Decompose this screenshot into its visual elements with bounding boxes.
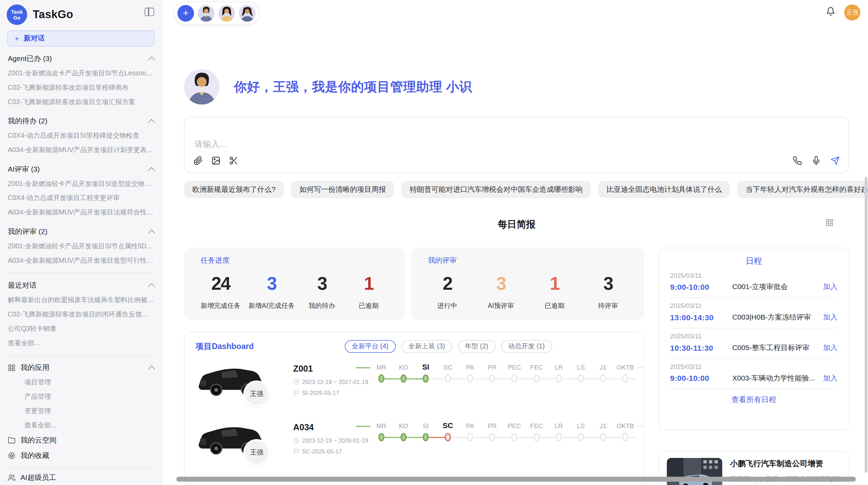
agent-avatar[interactable]	[239, 5, 256, 22]
agent-avatar[interactable]	[218, 5, 235, 22]
sidebar-list-item[interactable]: A034-全新新能源MUV产品开发项目计划变更表编写	[8, 143, 154, 157]
phone-icon[interactable]	[793, 156, 802, 167]
notification-bell-icon[interactable]	[826, 7, 835, 18]
sidebar-list-item[interactable]: Z001-全新燃油轻卡产品开发项目SI节点属性5D文件评审	[8, 239, 154, 253]
sidebar-list-item[interactable]: A034-全新新能源MUV产品开发项目造型可行性评审	[8, 253, 154, 268]
sidebar-list-item[interactable]: 解释最新出台的欧盟报废车法规再生塑料比例被调至15%...	[8, 293, 154, 307]
sidebar-list-item[interactable]: 查看全部...	[8, 336, 154, 350]
project-row[interactable]: 王强 Z001 2023-12-19 ~ 2027-01-19 SI-2025-…	[196, 361, 632, 412]
milestone-dot	[467, 433, 473, 441]
sidebar-list-item[interactable]: C02-飞腾新能源轻客改款项目里程碑画布	[8, 80, 154, 95]
send-icon[interactable]	[830, 156, 840, 167]
event-time: 13:00-14:30	[670, 313, 732, 322]
clock-icon	[293, 378, 299, 385]
sidebar-item-cloud-space[interactable]: 我的云空间	[8, 433, 154, 448]
agent-avatar[interactable]	[198, 5, 215, 22]
sidebar-list-item[interactable]: 产品管理	[8, 389, 154, 404]
message-composer[interactable]: 请输入...	[184, 117, 849, 173]
sidebar-list-item[interactable]: C0X4-动力总成开发项目工程变更评审	[8, 191, 154, 205]
sidebar-list-item[interactable]: 变更管理	[8, 404, 154, 418]
stat: 3待评审	[589, 273, 627, 311]
dashboard-filter-chip[interactable]: 动总开发 (1)	[501, 340, 552, 353]
milestone-dot	[378, 374, 385, 383]
collapse-sidebar-icon[interactable]	[145, 8, 154, 16]
stat: 3我的待办	[302, 273, 341, 311]
sidebar-item-ai-employee[interactable]: AI超级员工	[8, 470, 154, 485]
greeting-text: 你好，王强，我是你的项目管理助理 小识	[234, 78, 472, 95]
users-icon	[8, 474, 16, 482]
image-icon[interactable]	[211, 156, 220, 167]
assistant-avatar	[184, 69, 219, 104]
sidebar-section-header[interactable]: 我的评审 (2)	[8, 225, 154, 239]
sidebar-section-header[interactable]: 我的待办 (2)	[8, 114, 154, 128]
milestone: PA	[459, 362, 481, 385]
my-review-card: 我的评审 2进行中 3AI预评审 1已逾期 3待评审	[411, 248, 644, 320]
vertical-scrollbar[interactable]	[865, 177, 867, 473]
milestone-dot	[511, 433, 518, 441]
milestone: PEC	[503, 420, 526, 444]
sidebar-list-item[interactable]: 项目管理	[8, 375, 154, 389]
sidebar-section-header[interactable]: 我的应用	[8, 361, 154, 375]
sidebar-list-item[interactable]: A034-全新新能源MUV产品开发项目法规符合性评审	[8, 205, 154, 220]
schedule-event: 2025/03/11 13:00-14:30 C003|H0B-方案冻结评审 加…	[670, 298, 837, 328]
scissors-icon[interactable]	[229, 156, 238, 167]
join-link[interactable]: 加入	[823, 343, 837, 353]
event-name: C001-立项审批会	[732, 282, 823, 292]
sidebar-list-item[interactable]: C0X4-动力总成开发项目SI里程碑提交物检查	[8, 128, 154, 143]
milestone-connector	[356, 426, 370, 427]
milestone-label: LR	[555, 362, 563, 373]
divider	[8, 355, 154, 356]
sidebar-list-item[interactable]: Z001-全新燃油轻卡产品开发项目SI造型提交物评审	[8, 176, 154, 191]
project-row[interactable]: 王强 A034 2023-12-19 ~ 2026-01-19 SC-2025-…	[196, 419, 632, 470]
suggestion-chip[interactable]: 比亚迪全固态电池计划具体说了什么	[598, 181, 730, 198]
chevron-up-icon	[148, 167, 155, 174]
milestone: SC	[437, 420, 459, 444]
milestone-label: MR	[376, 362, 386, 373]
milestone-dot	[467, 374, 473, 383]
dashboard-filter-chip[interactable]: 年型 (2)	[458, 340, 495, 353]
sidebar-section-header[interactable]: AI评审 (3)	[8, 162, 154, 176]
horizontal-scrollbar[interactable]	[176, 477, 856, 482]
milestone-dot	[600, 433, 606, 441]
join-link[interactable]: 加入	[823, 312, 837, 322]
milestone-dot	[400, 433, 407, 441]
milestone-label: J1	[600, 420, 606, 431]
view-all-schedule-link[interactable]: 查看所有日程	[670, 389, 837, 410]
milestone: OKTB	[614, 362, 637, 385]
sidebar-list-item[interactable]: 查看全部...	[8, 418, 154, 433]
join-link[interactable]: 加入	[823, 282, 837, 292]
dashboard-filter-chip[interactable]: 全新平台 (4)	[345, 340, 396, 353]
milestone: MR	[370, 362, 393, 385]
milestone-label: SC	[444, 362, 453, 373]
sidebar-list-item[interactable]: 公司Q3轻卡销量	[8, 321, 154, 336]
sidebar-list-item[interactable]: C02-飞腾新能源轻客改款项目立项汇报方案	[8, 95, 154, 109]
user-avatar[interactable]: 王强	[844, 4, 860, 21]
milestone-dot	[622, 374, 628, 383]
suggestion-chip[interactable]: 当下年轻人对汽车外观有怎样的喜好趋势	[737, 181, 868, 198]
sidebar-item-favorites[interactable]: 我的收藏	[8, 448, 154, 463]
sidebar-list-item[interactable]: Z001-全新燃油皮卡产品开发项目SI节点Lesson Learn报告	[8, 66, 154, 80]
sidebar-section-header[interactable]: 最近对话	[8, 278, 154, 293]
milestone: KO	[393, 420, 415, 444]
new-chat-button[interactable]: ＋ 新对话	[7, 30, 155, 47]
add-agent-button[interactable]: +	[177, 5, 194, 22]
stat: 3新增AI完成任务	[249, 273, 295, 311]
sidebar-section-header[interactable]: Agent已办 (3)	[8, 51, 154, 66]
suggestion-chip[interactable]: 如何写一份清晰的项目周报	[291, 181, 394, 198]
microphone-icon[interactable]	[811, 156, 821, 167]
layout-grid-icon[interactable]	[825, 219, 834, 229]
event-time: 10:30-11:30	[670, 344, 732, 352]
sidebar-section: 我的评审 (2) Z001-全新燃油轻卡产品开发项目SI节点属性5D文件评审A0…	[8, 225, 154, 268]
suggestion-chip[interactable]: 特朗普可能对进口汽车增税会对中国车企造成哪些影响	[401, 181, 591, 198]
milestone: J1	[592, 362, 614, 385]
suggestion-chip[interactable]: 欧洲新规最近颁布了什么?	[184, 181, 284, 198]
milestone-dot	[378, 433, 385, 441]
join-link[interactable]: 加入	[823, 373, 837, 383]
milestone-label: PA	[466, 420, 474, 431]
sidebar-list-item[interactable]: C02-飞腾新能源轻客改款项目的闭环通告反馈情况	[8, 307, 154, 321]
milestone-label: PR	[488, 362, 497, 373]
attachment-icon[interactable]	[193, 156, 203, 167]
stat: 1已逾期	[535, 273, 574, 311]
dashboard-filter-chip[interactable]: 全新上装 (3)	[401, 340, 452, 353]
milestone: PA	[459, 420, 481, 444]
